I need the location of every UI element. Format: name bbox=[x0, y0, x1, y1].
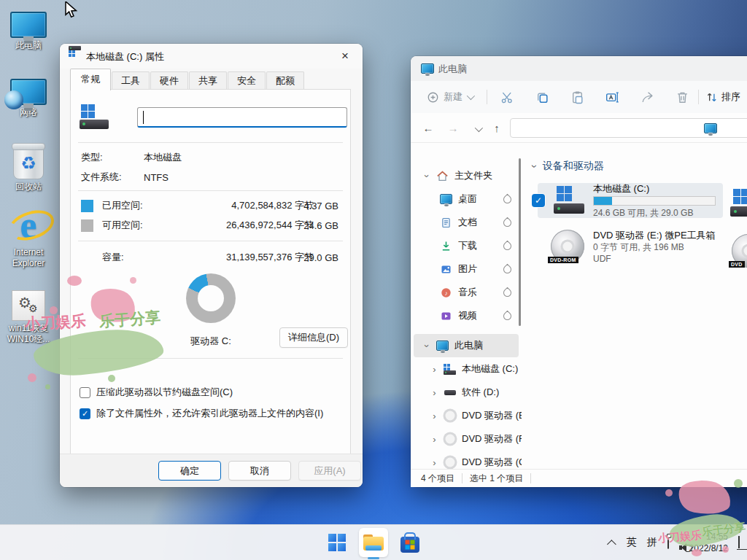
copy-icon bbox=[535, 90, 549, 104]
pin-icon bbox=[502, 287, 514, 298]
sidebar-item-music[interactable]: ♪ 音乐 bbox=[414, 281, 519, 304]
desktop-icon-internet-explorer[interactable]: e Internet Explorer bbox=[0, 207, 57, 269]
tab-quota[interactable]: 配额 bbox=[266, 71, 304, 90]
trash-icon bbox=[676, 90, 689, 104]
tab-security[interactable]: 安全 bbox=[228, 71, 266, 90]
explorer-sidebar: › 主文件夹 桌面 文档 bbox=[411, 142, 522, 491]
sidebar-scrollbar[interactable] bbox=[519, 158, 522, 377]
sidebar-item-desktop[interactable]: 桌面 bbox=[414, 187, 519, 211]
capacity-size: 29.0 GB bbox=[298, 252, 344, 263]
explorer-command-bar: 新建 bbox=[411, 81, 747, 114]
notification-bell-icon[interactable] bbox=[738, 537, 740, 548]
checkbox-checked[interactable]: ✓ bbox=[80, 408, 90, 419]
this-pc-icon bbox=[436, 340, 449, 352]
ime-language-indicator[interactable]: 英 bbox=[627, 536, 637, 549]
toolbar-divider bbox=[698, 90, 699, 104]
selection-checkbox[interactable]: ✓ bbox=[532, 194, 545, 207]
capacity-spacer bbox=[81, 252, 93, 264]
index-checkbox-row[interactable]: ✓ 除了文件属性外，还允许索引此驱动器上文件的内容(I) bbox=[80, 407, 323, 420]
desktop-icon-recycle-bin[interactable]: ♻ 回收站 bbox=[0, 146, 57, 192]
drive-info: 0 字节 可用, 共 196 MB bbox=[593, 241, 716, 253]
paste-button[interactable] bbox=[564, 86, 590, 108]
chevron-down-icon: › bbox=[422, 343, 433, 349]
free-space-bytes: 26,436,972,544 字节 bbox=[190, 219, 314, 232]
explorer-status-bar: 4 个项目 选中 1 个项目 bbox=[411, 469, 747, 487]
tab-hardware[interactable]: 硬件 bbox=[150, 71, 188, 90]
rename-button[interactable] bbox=[599, 86, 625, 108]
compress-checkbox-row[interactable]: 压缩此驱动器以节约磁盘空间(C) bbox=[80, 386, 233, 399]
scrollbar-thumb[interactable] bbox=[519, 158, 521, 326]
copy-button[interactable] bbox=[529, 86, 555, 108]
tab-sharing[interactable]: 共享 bbox=[189, 71, 227, 90]
tray-chevron-up-icon[interactable] bbox=[610, 537, 616, 548]
dialog-titlebar[interactable]: 本地磁盘 (C:) 属性 × bbox=[60, 44, 363, 69]
sidebar-item-this-pc[interactable]: › 此电脑 bbox=[414, 334, 519, 357]
close-icon[interactable]: × bbox=[332, 46, 358, 66]
used-space-swatch bbox=[81, 200, 93, 212]
explorer-window-title: 此电脑 bbox=[438, 63, 467, 76]
desktop-icon-this-pc[interactable]: 此电脑 bbox=[0, 12, 57, 51]
taskbar-microsoft-store[interactable] bbox=[395, 528, 425, 557]
ok-button[interactable]: 确定 bbox=[158, 461, 221, 481]
new-button[interactable]: 新建 bbox=[421, 86, 479, 108]
desktop-folder-icon bbox=[440, 193, 452, 206]
desktop-icon-label: 此电脑 bbox=[0, 40, 57, 51]
back-button[interactable]: ← bbox=[418, 119, 438, 138]
drive-item-partial[interactable]: DVD bbox=[732, 234, 747, 268]
sidebar-item-documents[interactable]: 文档 bbox=[414, 211, 519, 234]
details-button[interactable]: 详细信息(D) bbox=[279, 327, 348, 348]
network-icon[interactable] bbox=[667, 537, 669, 548]
drive-icon bbox=[444, 363, 456, 376]
filesystem-label: 文件系统: bbox=[81, 171, 144, 184]
drive-item-c[interactable]: ✓ 本地磁盘 (C:) 24.6 GB 可用, 共 29.0 GB bbox=[538, 183, 723, 218]
share-button[interactable] bbox=[634, 86, 660, 108]
volume-label-input[interactable] bbox=[137, 107, 347, 128]
pin-icon bbox=[502, 263, 514, 275]
divider bbox=[78, 142, 343, 143]
sidebar-item-downloads[interactable]: 下载 bbox=[414, 234, 519, 257]
capacity-bytes: 31,139,557,376 字节 bbox=[190, 251, 314, 264]
sort-button[interactable]: 排序 bbox=[701, 86, 745, 108]
pictures-icon bbox=[440, 263, 452, 276]
forward-button[interactable]: → bbox=[443, 119, 463, 138]
type-value: 本地磁盘 bbox=[144, 151, 182, 164]
sidebar-item-pictures[interactable]: 图片 bbox=[414, 257, 519, 281]
sidebar-item-drive-c[interactable]: › 本地磁盘 (C:) bbox=[414, 357, 519, 381]
sort-arrows-icon bbox=[705, 91, 718, 104]
checkbox-unchecked[interactable] bbox=[80, 387, 90, 398]
tab-general[interactable]: 常规 bbox=[70, 69, 111, 90]
start-button[interactable] bbox=[322, 528, 352, 557]
sort-button-label: 排序 bbox=[721, 90, 740, 104]
sidebar-item-dvd-e[interactable]: › DVD 驱动器 (E:) bbox=[414, 404, 519, 427]
sidebar-item-dvd-f[interactable]: › DVD 驱动器 (F:) bbox=[414, 427, 519, 451]
address-bar[interactable]: › 此电脑 bbox=[510, 118, 747, 138]
desktop-icon-label: win11恢复 WIN10经... bbox=[0, 323, 57, 345]
tray-time: 14:55 bbox=[689, 531, 728, 542]
drive-item-partial[interactable] bbox=[730, 189, 747, 218]
desktop-icon-win11-restore[interactable]: ⚙⚙ win11恢复 WIN10经... bbox=[0, 290, 57, 345]
sidebar-item-drive-d[interactable]: › 软件 (D:) bbox=[414, 381, 519, 404]
history-dropdown-button[interactable] bbox=[468, 119, 488, 138]
taskbar-clock[interactable]: 14:55 2022/8/12 bbox=[689, 531, 728, 554]
sidebar-item-videos[interactable]: 视频 bbox=[414, 304, 519, 327]
globe-icon bbox=[4, 90, 23, 109]
section-devices-and-drives[interactable]: › 设备和驱动器 bbox=[533, 160, 604, 173]
desktop-icon-network[interactable]: 网络 bbox=[0, 79, 57, 118]
cancel-button[interactable]: 取消 bbox=[228, 461, 291, 481]
delete-button[interactable] bbox=[669, 86, 695, 108]
general-tab-page: 类型: 本地磁盘 文件系统: NTFS 已用空间: 4,702,584,832 … bbox=[70, 89, 351, 454]
filesystem-row: 文件系统: NTFS bbox=[81, 171, 347, 184]
apply-button[interactable]: 应用(A) bbox=[298, 461, 361, 481]
drive-item-dvd-e[interactable]: DVD-ROM DVD 驱动器 (E:) 微PE工具箱 0 字节 可用, 共 1… bbox=[538, 224, 723, 269]
cut-button[interactable] bbox=[494, 86, 520, 108]
sidebar-item-home[interactable]: › 主文件夹 bbox=[414, 164, 519, 187]
this-pc-icon bbox=[10, 12, 47, 38]
up-button[interactable]: ↑ bbox=[487, 119, 507, 138]
ime-pinyin-indicator[interactable]: 拼 bbox=[647, 536, 657, 549]
tab-tools[interactable]: 工具 bbox=[112, 71, 150, 90]
sidebar-item-label: DVD 驱动器 (F:) bbox=[462, 432, 522, 446]
dvd-icon bbox=[444, 410, 456, 422]
taskbar-file-explorer[interactable] bbox=[359, 528, 388, 557]
explorer-titlebar[interactable]: 此电脑 bbox=[411, 56, 747, 81]
drive-icon bbox=[444, 386, 456, 399]
